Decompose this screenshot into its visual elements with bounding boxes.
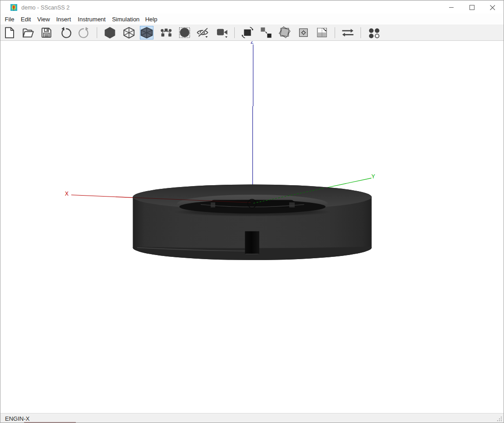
svg-text:Z: Z xyxy=(251,41,253,44)
svg-text:X: X xyxy=(65,191,69,197)
svg-text:Y: Y xyxy=(371,173,375,180)
